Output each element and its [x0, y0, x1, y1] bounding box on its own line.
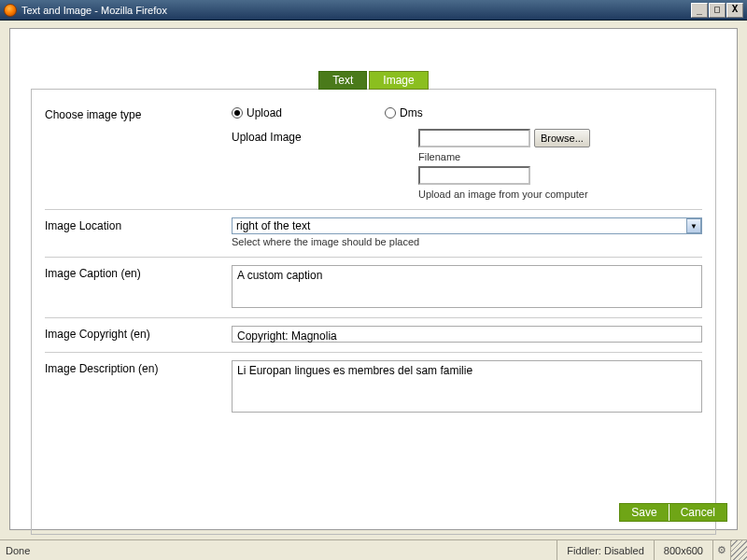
label-image-description: Image Description (en) — [45, 360, 232, 375]
file-path-input[interactable] — [418, 129, 530, 147]
maximize-button[interactable]: □ — [709, 3, 726, 18]
divider — [45, 352, 702, 353]
form-panel: Choose image type Upload Dms Upload Imag… — [31, 89, 716, 535]
row-image-type: Choose image type Upload Dms Upload Imag… — [45, 106, 702, 200]
filename-input[interactable] — [418, 166, 530, 185]
tab-strip: Text Image — [10, 70, 737, 89]
divider — [45, 317, 702, 318]
description-input[interactable]: Li Europan lingues es membres del sam fa… — [232, 360, 702, 413]
window-titlebar: Text and Image - Mozilla Firefox _ □ X — [0, 0, 747, 21]
firefox-icon — [4, 4, 17, 17]
status-fiddler[interactable]: Fiddler: Disabled — [557, 540, 654, 560]
tab-text[interactable]: Text — [318, 71, 367, 90]
upload-hint: Upload an image from your computer — [418, 189, 590, 200]
select-image-location[interactable]: right of the text ▼ — [232, 217, 702, 234]
cancel-button[interactable]: Cancel — [669, 504, 726, 521]
radio-dot-icon — [385, 107, 396, 119]
resize-grip[interactable] — [730, 540, 747, 560]
close-button[interactable]: X — [726, 3, 743, 18]
radio-dot-icon — [232, 107, 243, 119]
chevron-down-icon: ▼ — [686, 218, 701, 233]
tab-image[interactable]: Image — [369, 71, 428, 90]
window-title: Text and Image - Mozilla Firefox — [21, 5, 690, 16]
status-text: Done — [0, 545, 557, 556]
label-image-location: Image Location — [45, 217, 232, 232]
location-hint: Select where the image should be placed — [232, 236, 702, 247]
radio-upload-label: Upload — [247, 106, 282, 119]
status-extension-icon[interactable]: ⚙ — [712, 540, 730, 560]
radio-dms[interactable]: Dms — [385, 106, 423, 119]
upload-block: Upload Image Browse... Filename Upload a… — [232, 129, 702, 200]
radio-upload[interactable]: Upload — [232, 106, 282, 119]
browse-button[interactable]: Browse... — [534, 129, 590, 147]
divider — [45, 257, 702, 258]
label-image-type: Choose image type — [45, 106, 232, 121]
row-image-copyright: Image Copyright (en) Copyright: Magnolia — [45, 326, 702, 343]
bug-icon: ⚙ — [717, 544, 726, 556]
copyright-input[interactable]: Copyright: Magnolia — [232, 326, 702, 343]
row-image-caption: Image Caption (en) A custom caption — [45, 265, 702, 308]
status-dimensions[interactable]: 747x560 — [654, 540, 712, 560]
caption-input[interactable]: A custom caption — [232, 265, 702, 308]
content-area: Text Image Choose image type Upload Dms — [9, 28, 738, 530]
action-bar: Save Cancel — [619, 503, 727, 522]
status-bar: Done Fiddler: Disabled 747x560 ⚙ — [0, 539, 747, 560]
radio-group-image-type: Upload Dms — [232, 106, 702, 119]
label-image-caption: Image Caption (en) — [45, 265, 232, 280]
select-value: right of the text — [232, 217, 702, 234]
row-image-location: Image Location right of the text ▼ Selec… — [45, 217, 702, 247]
window-controls: _ □ X — [690, 3, 743, 18]
label-upload-image: Upload Image — [232, 129, 418, 200]
save-button[interactable]: Save — [620, 504, 668, 521]
label-image-copyright: Image Copyright (en) — [45, 326, 232, 341]
divider — [45, 209, 702, 210]
radio-dms-label: Dms — [400, 106, 423, 119]
row-image-description: Image Description (en) Li Europan lingue… — [45, 360, 702, 413]
minimize-button[interactable]: _ — [691, 3, 708, 18]
label-filename: Filename — [418, 151, 590, 162]
